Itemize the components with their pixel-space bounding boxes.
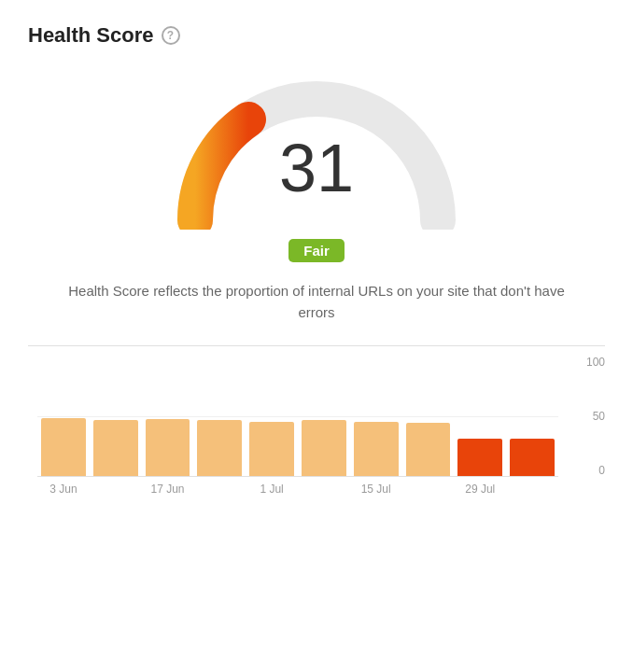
bar: [197, 420, 242, 476]
page-title: Health Score: [28, 23, 154, 48]
bar: [146, 419, 190, 476]
bar: [302, 420, 346, 476]
x-axis-label: [197, 483, 242, 496]
gauge-description: Health Score reflects the proportion of …: [28, 281, 605, 323]
chart-section: 100500 3 Jun17 Jun1 Jul15 Jul29 Jul: [28, 346, 605, 496]
x-axis-label: [510, 483, 555, 496]
x-axis-label: 17 Jun: [146, 483, 190, 496]
x-axis-label: [406, 483, 451, 496]
gauge-section: 31 Fair: [28, 66, 605, 262]
x-axis-label: 1 Jul: [249, 483, 294, 496]
health-score-card: Health Score ?: [0, 0, 633, 524]
y-axis-labels: 100500: [563, 356, 605, 477]
bar: [41, 418, 86, 476]
bar: [457, 439, 502, 476]
bar: [510, 439, 555, 476]
gauge-score: 31: [279, 134, 354, 202]
bar: [354, 422, 399, 477]
x-labels-row: 3 Jun17 Jun1 Jul15 Jul29 Jul: [37, 477, 558, 496]
x-axis-label: 29 Jul: [457, 483, 502, 496]
x-axis-label: 3 Jun: [41, 483, 86, 496]
gridline-50: [37, 416, 558, 417]
bar: [93, 420, 138, 476]
help-icon[interactable]: ?: [162, 26, 180, 45]
x-axis-label: [93, 483, 138, 496]
x-axis-label: [302, 483, 346, 496]
y-axis-label: 50: [563, 410, 605, 423]
gauge-label: Fair: [288, 239, 345, 262]
y-axis-label: 100: [563, 356, 605, 369]
x-axis-label: 15 Jul: [354, 483, 399, 496]
bar: [406, 423, 451, 476]
gauge-container: 31: [167, 66, 466, 230]
bar: [249, 422, 294, 477]
bars-wrapper: [37, 356, 558, 477]
y-axis-label: 0: [563, 464, 605, 477]
card-header: Health Score ?: [28, 23, 605, 48]
